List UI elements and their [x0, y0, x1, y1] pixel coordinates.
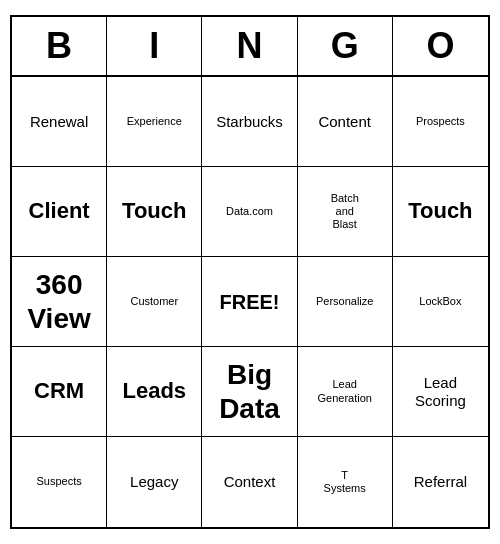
bingo-cell: 360View [12, 257, 107, 347]
bingo-cell: Data.com [202, 167, 297, 257]
bingo-cell: Context [202, 437, 297, 527]
cell-text: LeadGeneration [317, 378, 371, 404]
bingo-cell: LeadGeneration [298, 347, 393, 437]
cell-text: LeadScoring [415, 374, 466, 410]
cell-text: Client [29, 198, 90, 224]
bingo-cell: Prospects [393, 77, 488, 167]
cell-text: FREE! [219, 290, 279, 314]
bingo-cell: LockBox [393, 257, 488, 347]
bingo-card: BINGO RenewalExperienceStarbucksContentP… [10, 15, 490, 529]
cell-text: Starbucks [216, 113, 283, 131]
bingo-cell: Customer [107, 257, 202, 347]
bingo-cell: Content [298, 77, 393, 167]
header-letter: N [202, 17, 297, 75]
cell-text: Context [224, 473, 276, 491]
bingo-cell: Starbucks [202, 77, 297, 167]
cell-text: Referral [414, 473, 467, 491]
bingo-cell: Touch [393, 167, 488, 257]
header-letter: B [12, 17, 107, 75]
bingo-cell: TSystems [298, 437, 393, 527]
cell-text: BigData [219, 358, 280, 425]
cell-text: Data.com [226, 205, 273, 218]
cell-text: Customer [130, 295, 178, 308]
header-letter: G [298, 17, 393, 75]
cell-text: Leads [122, 378, 186, 404]
bingo-cell: FREE! [202, 257, 297, 347]
cell-text: Suspects [36, 475, 81, 488]
bingo-cell: Experience [107, 77, 202, 167]
header-letter: O [393, 17, 488, 75]
bingo-cell: Suspects [12, 437, 107, 527]
cell-text: Touch [122, 198, 186, 224]
bingo-cell: BatchandBlast [298, 167, 393, 257]
cell-text: Renewal [30, 113, 88, 131]
bingo-grid: RenewalExperienceStarbucksContentProspec… [12, 77, 488, 527]
bingo-cell: BigData [202, 347, 297, 437]
bingo-cell: Personalize [298, 257, 393, 347]
cell-text: TSystems [324, 469, 366, 495]
bingo-cell: LeadScoring [393, 347, 488, 437]
cell-text: Touch [408, 198, 472, 224]
bingo-cell: Referral [393, 437, 488, 527]
bingo-cell: Touch [107, 167, 202, 257]
cell-text: Experience [127, 115, 182, 128]
bingo-cell: Renewal [12, 77, 107, 167]
cell-text: Legacy [130, 473, 178, 491]
cell-text: Content [318, 113, 371, 131]
header-letter: I [107, 17, 202, 75]
bingo-cell: Client [12, 167, 107, 257]
bingo-cell: Legacy [107, 437, 202, 527]
cell-text: Personalize [316, 295, 373, 308]
bingo-header: BINGO [12, 17, 488, 77]
cell-text: LockBox [419, 295, 461, 308]
cell-text: 360View [27, 268, 90, 335]
cell-text: CRM [34, 378, 84, 404]
bingo-cell: Leads [107, 347, 202, 437]
bingo-cell: CRM [12, 347, 107, 437]
cell-text: Prospects [416, 115, 465, 128]
cell-text: BatchandBlast [331, 192, 359, 232]
